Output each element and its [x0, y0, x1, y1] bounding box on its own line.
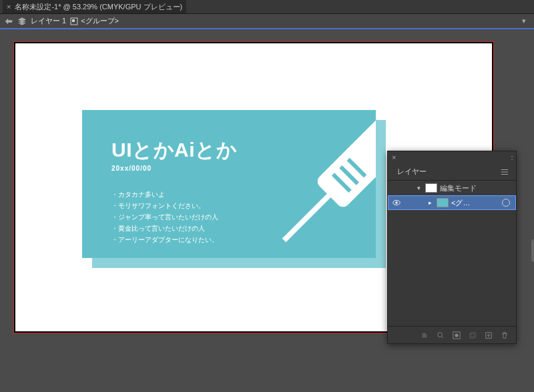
syringe-icon [248, 110, 376, 258]
svg-rect-1 [72, 19, 75, 22]
panel-close-icon[interactable]: × [392, 153, 396, 161]
layer-thumbnail [425, 183, 437, 193]
svg-point-12 [438, 332, 443, 337]
target-icon[interactable] [502, 199, 510, 207]
breadcrumb-selection[interactable]: <グループ> [70, 16, 119, 26]
document-tab[interactable]: × 名称未設定-1* @ 53.29% (CMYK/GPU プレビュー) [3, 0, 186, 13]
panel-footer [388, 326, 516, 343]
back-icon[interactable] [4, 17, 13, 26]
canvas-area[interactable]: UIとかAiとか 20xx/00/00 カタカナ多いよ モリサワフォントください… [0, 29, 534, 392]
art-main-rect: UIとかAiとか 20xx/00/00 カタカナ多いよ モリサワフォントください… [82, 110, 376, 258]
panel-menu-icon[interactable] [499, 166, 511, 178]
scrollbar-thumb[interactable] [531, 239, 534, 262]
layers-panel: × :: レイヤー ▾ 編集モード ▸ <グ… [387, 151, 517, 344]
svg-rect-15 [470, 333, 475, 338]
document-tab-bar: × 名称未設定-1* @ 53.29% (CMYK/GPU プレビュー) [0, 0, 534, 13]
panel-grip-icon[interactable]: :: [511, 153, 512, 161]
breadcrumb-layer[interactable]: レイヤー 1 [31, 16, 66, 26]
layers-icon[interactable] [17, 17, 27, 26]
mask-icon[interactable] [452, 331, 461, 340]
panel-tabs: レイヤー [388, 163, 516, 181]
new-layer-icon[interactable] [484, 331, 493, 340]
art-bullets: カタカナ多いよ モリサワフォントください。 ジャンプ率って言いたいだけの人 黄金… [111, 189, 218, 245]
layer-list: ▾ 編集モード ▸ <グ… [388, 181, 516, 326]
isolation-breadcrumb: レイヤー 1 <グループ> ▾ [0, 13, 534, 29]
layer-name: 編集モード [440, 183, 513, 193]
layer-row-group[interactable]: ▸ <グ… [388, 195, 516, 210]
visibility-icon[interactable] [391, 198, 402, 207]
group-icon [70, 17, 78, 25]
svg-rect-2 [315, 111, 376, 209]
chevron-down-icon[interactable]: ▾ [415, 185, 423, 191]
trash-icon[interactable] [500, 331, 509, 340]
tab-layers[interactable]: レイヤー [393, 163, 431, 180]
document-tab-title: 名称未設定-1* @ 53.29% (CMYK/GPU プレビュー) [15, 2, 182, 12]
close-icon[interactable]: × [7, 3, 11, 11]
chevron-down-icon[interactable]: ▾ [518, 15, 530, 27]
export-icon[interactable] [420, 331, 429, 340]
layer-thumbnail [437, 198, 449, 207]
svg-rect-9 [282, 193, 331, 242]
enter-icon[interactable] [468, 331, 477, 340]
chevron-right-icon[interactable]: ▸ [426, 199, 434, 206]
svg-point-14 [455, 333, 458, 337]
layer-row-editmode[interactable]: ▾ 編集モード [388, 181, 516, 195]
svg-point-11 [395, 201, 398, 204]
svg-rect-16 [471, 332, 475, 337]
layer-name: <グ… [451, 198, 497, 208]
locate-icon[interactable] [436, 331, 445, 340]
panel-header: × :: [388, 151, 516, 163]
art-headline: UIとかAiとか [111, 137, 237, 164]
art-date: 20xx/00/00 [111, 165, 152, 172]
